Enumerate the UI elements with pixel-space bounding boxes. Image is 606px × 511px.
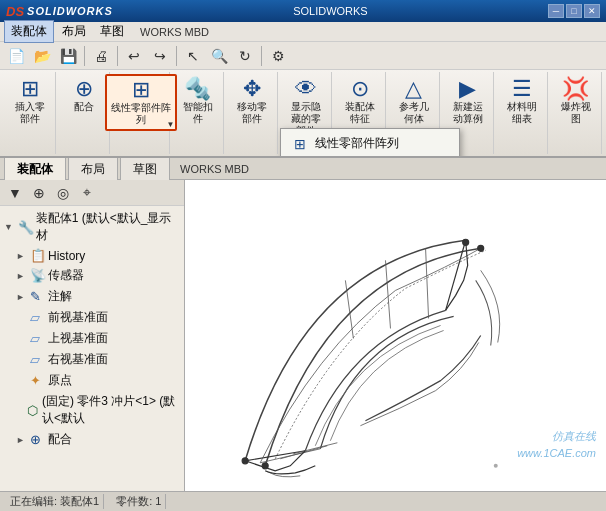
tree-front-plane[interactable]: ▱ 前视基准面 [0, 307, 184, 328]
toolbar-sep-4 [261, 46, 262, 66]
left-panel-toolbar: ▼ ⊕ ◎ ⌖ [0, 180, 184, 206]
sensors-icon: 📡 [30, 268, 46, 283]
svg-rect-0 [185, 180, 606, 491]
new-motion-button[interactable]: ▶ 新建运动算例 [445, 74, 491, 129]
tree-root-label: 装配体1 (默认<默认_显示材 [36, 210, 180, 244]
part1-icon: ⬡ [27, 403, 40, 418]
close-button[interactable]: ✕ [584, 4, 600, 18]
minimize-button[interactable]: ─ [548, 4, 564, 18]
toolbar-print[interactable]: 🖨 [89, 44, 113, 68]
bom-label: 材料明细表 [507, 101, 537, 125]
ref-geom-button[interactable]: △ 参考几何体 [391, 74, 437, 129]
mates-icon: ⊕ [30, 432, 46, 447]
tab-assembly[interactable]: 装配体 [4, 156, 66, 181]
annotations-arrow: ► [16, 292, 28, 302]
new-motion-label: 新建运动算例 [453, 101, 483, 125]
insert-part-button[interactable]: ⊞ 插入零部件 [7, 74, 53, 129]
linear-pattern-icon: ⊞ [132, 79, 150, 101]
explode-button[interactable]: 💢 爆炸视图 [553, 74, 599, 129]
lp-config-button[interactable]: ⌖ [76, 182, 98, 204]
bom-button[interactable]: ☰ 材料明细表 [499, 74, 545, 129]
lp-filter-button[interactable]: ▼ [4, 182, 26, 204]
linear-pattern-button[interactable]: ⊞ 线性零部件阵列 ▼ [105, 74, 177, 131]
insert-part-icon: ⊞ [21, 78, 39, 100]
asm-feature-label: 装配体特征 [345, 101, 375, 125]
cad-svg [185, 180, 606, 491]
mates-arrow: ► [16, 435, 28, 445]
toolbar-rotate[interactable]: ↻ [233, 44, 257, 68]
asm-feature-icon: ⊙ [351, 78, 369, 100]
feature-tree: ▼ 🔧 装配体1 (默认<默认_显示材 ► 📋 History ► 📡 传感器 … [0, 206, 184, 491]
toolbar-open[interactable]: 📂 [30, 44, 54, 68]
move-part-button[interactable]: ✥ 移动零部件 [229, 74, 275, 129]
right-plane-icon: ▱ [30, 352, 46, 367]
toolbar-select[interactable]: ↖ [181, 44, 205, 68]
tree-annotations[interactable]: ► ✎ 注解 [0, 286, 184, 307]
menu-assembly[interactable]: 装配体 [4, 20, 54, 43]
ref-geom-label: 参考几何体 [399, 101, 429, 125]
smart-fastener-label: 智能扣件 [183, 101, 213, 125]
lp-add-button[interactable]: ⊕ [28, 182, 50, 204]
front-plane-label: 前视基准面 [48, 309, 108, 326]
toolbar-new[interactable]: 📄 [4, 44, 28, 68]
window-controls: ─ □ ✕ [548, 4, 600, 18]
linear-pattern-label: 线性零部件阵列 [111, 102, 171, 126]
assembly-label: 配合 [74, 101, 94, 113]
sensors-label: 传感器 [48, 267, 84, 284]
tree-history[interactable]: ► 📋 History [0, 246, 184, 265]
tree-mates[interactable]: ► ⊕ 配合 [0, 429, 184, 450]
right-plane-label: 右视基准面 [48, 351, 108, 368]
toolbar-redo[interactable]: ↪ [148, 44, 172, 68]
menubar: 装配体 布局 草图 WORKS MBD [0, 22, 606, 42]
toolbar-undo[interactable]: ↩ [122, 44, 146, 68]
menu-mbd[interactable]: WORKS MBD [132, 23, 217, 41]
dropdown-circular-array[interactable]: ◎ 圆周零部件阵列 [281, 156, 459, 158]
tree-part1[interactable]: ⬡ (固定) 零件3 冲片<1> (默认<默认 [0, 391, 184, 429]
dropdown-menu: ⊞ 线性零部件阵列 ◎ 圆周零部件阵列 ⊞ 阵列驱动零部件阵列 ✎ 草图驱动零部… [280, 128, 460, 158]
tab-mbd[interactable]: WORKS MBD [172, 160, 257, 178]
new-motion-icon: ▶ [459, 78, 476, 100]
linear-array-label: 线性零部件阵列 [315, 135, 399, 152]
tree-right-plane[interactable]: ▱ 右视基准面 [0, 349, 184, 370]
titlebar: DS SOLIDWORKS SOLIDWORKS ─ □ ✕ [0, 0, 606, 22]
toolbar-zoom[interactable]: 🔍 [207, 44, 231, 68]
history-label: History [48, 249, 85, 263]
assembly-button[interactable]: ⊕ 配合 [61, 74, 107, 117]
asm-feature-button[interactable]: ⊙ 装配体特征 [337, 74, 383, 129]
smart-fastener-button[interactable]: 🔩 智能扣件 [175, 74, 221, 129]
tree-origin[interactable]: ✦ 原点 [0, 370, 184, 391]
toolbar-sep-3 [176, 46, 177, 66]
tree-sensors[interactable]: ► 📡 传感器 [0, 265, 184, 286]
left-panel: ▼ ⊕ ◎ ⌖ ▼ 🔧 装配体1 (默认<默认_显示材 ► 📋 History … [0, 180, 185, 491]
menu-layout[interactable]: 布局 [56, 21, 92, 42]
ribbon-group-insert: ⊞ 插入零部件 [4, 72, 56, 154]
annotations-icon: ✎ [30, 289, 46, 304]
toolbar-save[interactable]: 💾 [56, 44, 80, 68]
svg-point-12 [262, 463, 268, 469]
svg-point-13 [494, 464, 498, 468]
lp-search-button[interactable]: ◎ [52, 182, 74, 204]
linear-array-icon: ⊞ [291, 136, 309, 152]
dropdown-arrow-icon: ▼ [167, 120, 175, 129]
annotations-label: 注解 [48, 288, 72, 305]
dropdown-linear-array[interactable]: ⊞ 线性零部件阵列 [281, 131, 459, 156]
cad-viewport[interactable]: 仿真在线 www.1CAE.com [185, 180, 606, 491]
svg-point-10 [478, 245, 484, 251]
svg-point-11 [242, 458, 248, 464]
menu-sketch[interactable]: 草图 [94, 21, 130, 42]
history-icon: 📋 [30, 248, 46, 263]
tab-layout[interactable]: 布局 [68, 157, 118, 181]
move-part-icon: ✥ [243, 78, 261, 100]
ribbon-group-bom: ☰ 材料明细表 [496, 72, 548, 154]
tree-root[interactable]: ▼ 🔧 装配体1 (默认<默认_显示材 [0, 208, 184, 246]
explode-icon: 💢 [562, 78, 589, 100]
ribbon-group-fastener: 🔩 智能扣件 [172, 72, 224, 154]
tab-sketch[interactable]: 草图 [120, 157, 170, 181]
tree-top-plane[interactable]: ▱ 上视基准面 [0, 328, 184, 349]
maximize-button[interactable]: □ [566, 4, 582, 18]
ref-geom-icon: △ [405, 78, 422, 100]
toolbar-options[interactable]: ⚙ [266, 44, 290, 68]
tree-root-icon: 🔧 [18, 220, 34, 235]
status-editing: 正在编辑: 装配体1 [6, 494, 104, 509]
tree-root-arrow: ▼ [4, 222, 16, 232]
